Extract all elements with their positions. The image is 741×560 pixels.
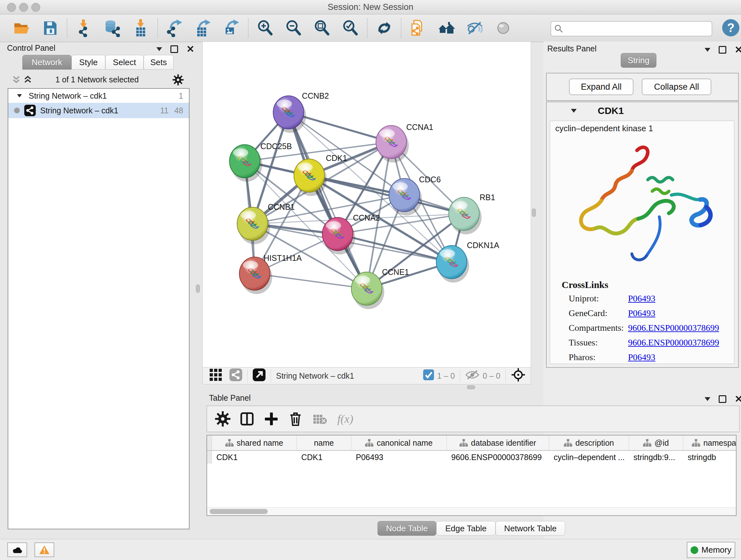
network-row-selected[interactable]: String Network – cdk1 11 48: [8, 103, 189, 118]
column-header-namespace[interactable]: namespace: [683, 435, 737, 450]
toolbar-separator: [401, 18, 401, 38]
gene-description: cyclin–dependent kinase 1: [555, 124, 653, 133]
network-canvas[interactable]: CCNB2CCNA1CDC25BCDK1CDC6RB1CCNB1CCNA2CDK…: [202, 42, 531, 368]
column-header--id[interactable]: @id: [629, 435, 683, 450]
tab-style[interactable]: Style: [71, 55, 105, 70]
share-view-icon[interactable]: [229, 368, 242, 383]
crosslink-link[interactable]: 9606.ENSP00000378699: [628, 323, 719, 333]
clone-network-icon[interactable]: [409, 19, 427, 37]
table-cell[interactable]: stringdb: [683, 451, 737, 463]
table-gear-icon[interactable]: [215, 411, 231, 427]
network-view-dot-icon: [14, 108, 20, 113]
left-splitter-handle[interactable]: [196, 285, 200, 293]
scrollbar-thumb[interactable]: [210, 509, 268, 514]
network-options-gear-icon[interactable]: [172, 74, 184, 85]
clear-table-icon[interactable]: [312, 411, 328, 427]
close-panel-icon[interactable]: ✕: [186, 46, 194, 52]
svg-text:CCNB2: CCNB2: [302, 91, 329, 100]
help-button[interactable]: ?: [722, 19, 739, 37]
export-table-icon[interactable]: [194, 19, 212, 37]
panel-menu-icon[interactable]: [704, 48, 711, 52]
svg-text:CCNA2: CCNA2: [353, 213, 380, 222]
table-cell[interactable]: CDK1: [297, 451, 351, 463]
network-node-count: 11: [160, 106, 169, 115]
status-separator: [271, 369, 271, 382]
column-mapping-icon: [643, 439, 651, 447]
zoom-out-icon[interactable]: [285, 19, 302, 37]
export-network-icon[interactable]: [165, 19, 184, 37]
gene-section-header[interactable]: CDK1: [547, 102, 738, 119]
warnings-button[interactable]: [35, 543, 54, 557]
table-cell[interactable]: P06493: [351, 451, 447, 463]
toggle-visibility-icon[interactable]: [494, 19, 512, 37]
float-panel-icon[interactable]: [719, 46, 726, 54]
search-icon: [554, 24, 563, 33]
tab-network[interactable]: Network: [22, 55, 71, 70]
tab-select[interactable]: Select: [105, 55, 144, 70]
close-panel-icon[interactable]: ✕: [735, 396, 741, 402]
panel-menu-icon[interactable]: [704, 397, 711, 401]
search-input[interactable]: [566, 22, 708, 34]
horizontal-scrollbar[interactable]: [207, 507, 736, 515]
search-box[interactable]: [550, 21, 712, 37]
table-cell[interactable]: cyclin–dependent ...: [549, 451, 629, 463]
tab-node-table[interactable]: Node Table: [378, 521, 436, 536]
memory-button[interactable]: Memory: [687, 542, 735, 558]
open-in-window-icon[interactable]: [253, 368, 266, 383]
column-header-canonical-name[interactable]: canonical name: [351, 435, 447, 450]
selected-checkbox-icon[interactable]: [423, 369, 434, 382]
import-network-file-icon[interactable]: [75, 19, 93, 37]
table-cell[interactable]: 9606.ENSP00000378699: [447, 451, 549, 463]
collection-expand-icon[interactable]: [17, 94, 22, 98]
import-table-icon[interactable]: [132, 19, 150, 37]
delete-column-icon[interactable]: [287, 411, 304, 427]
add-column-icon[interactable]: [263, 411, 279, 427]
zoom-fit-icon[interactable]: [313, 19, 331, 37]
open-file-icon[interactable]: [13, 19, 30, 37]
close-panel-icon[interactable]: ✕: [735, 47, 741, 53]
right-splitter-handle[interactable]: [532, 208, 536, 217]
table-row[interactable]: CDK1CDK1P064939606.ENSP00000378699cyclin…: [207, 451, 737, 463]
tab-sets[interactable]: Sets: [144, 55, 174, 70]
hide-unhide-icon[interactable]: [466, 19, 484, 37]
apply-function-icon[interactable]: f(x): [336, 411, 361, 427]
section-collapse-icon[interactable]: [571, 109, 577, 113]
string-home-icon[interactable]: [437, 19, 455, 37]
results-tab-string[interactable]: String: [621, 53, 657, 68]
crosslink-link[interactable]: 9606.ENSP00000378699: [628, 337, 719, 348]
tab-edge-table[interactable]: Edge Table: [436, 521, 495, 536]
save-session-icon[interactable]: [41, 19, 59, 37]
column-header-shared-name[interactable]: shared name: [212, 435, 297, 450]
expand-all-button[interactable]: Expand All: [569, 78, 633, 95]
bottom-splitter-handle[interactable]: [467, 385, 475, 389]
grid-view-icon[interactable]: [209, 368, 222, 383]
zoom-in-icon[interactable]: [256, 19, 274, 37]
crosslink-link[interactable]: P06493: [628, 294, 656, 304]
panel-menu-icon[interactable]: [156, 47, 162, 51]
collapse-all-button[interactable]: Collapse All: [642, 78, 711, 95]
zoom-selected-icon[interactable]: [341, 19, 359, 37]
column-header-description[interactable]: description: [549, 435, 629, 450]
fit-selected-crosshair-icon[interactable]: [511, 368, 526, 384]
table-cell[interactable]: stringdb:9...: [629, 451, 683, 463]
string-network-graph[interactable]: CCNB2CCNA1CDC25BCDK1CDC6RB1CCNB1CCNA2CDK…: [203, 42, 530, 367]
crosslink-link[interactable]: P06493: [628, 308, 656, 318]
cloud-icon: [11, 545, 23, 555]
column-header-database-identifier[interactable]: database identifier: [447, 435, 549, 450]
node-table[interactable]: shared namenamecanonical namedatabase id…: [206, 435, 737, 516]
tab-network-table[interactable]: Network Table: [495, 521, 565, 536]
export-image-icon[interactable]: [222, 19, 240, 37]
import-network-database-icon[interactable]: [104, 19, 121, 37]
column-header-name[interactable]: name: [297, 435, 351, 450]
network-collection-row[interactable]: String Network – cdk1 1: [8, 89, 189, 103]
hidden-eye-icon[interactable]: [465, 369, 479, 382]
network-badge-icon: [24, 105, 36, 116]
refresh-layout-icon[interactable]: [375, 19, 393, 37]
float-panel-icon[interactable]: [719, 395, 726, 403]
toolbar-icons: [13, 14, 523, 42]
crosslink-link[interactable]: P06493: [628, 352, 656, 362]
show-columns-icon[interactable]: [239, 411, 255, 427]
automation-cloud-button[interactable]: [7, 543, 27, 557]
table-cell[interactable]: CDK1: [212, 451, 297, 463]
float-panel-icon[interactable]: [171, 45, 178, 53]
